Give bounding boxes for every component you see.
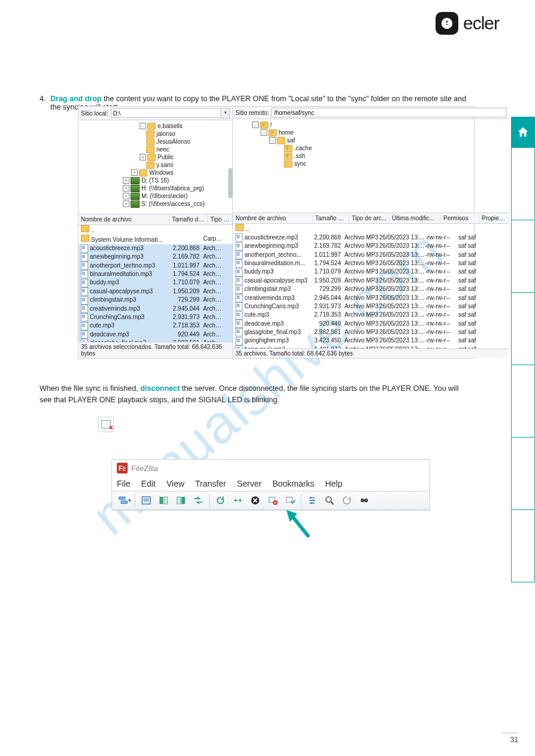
menu-item-help[interactable]: Help <box>325 479 343 488</box>
menu-item-edit[interactable]: Edit <box>141 479 156 488</box>
remote-tree[interactable]: -/-home-saf.cache.sshsync <box>233 119 509 213</box>
tree-toggle-icon[interactable]: + <box>123 185 129 192</box>
list-item[interactable]: cute.mp32.718.353Archivo MP326/05/2023 1… <box>233 311 509 319</box>
tree-node[interactable]: +D: (TS 16) <box>80 177 231 184</box>
local-path-input[interactable] <box>111 108 221 118</box>
list-item[interactable]: glassglobe_final.mp32.982.561Archivo MP3… <box>233 328 509 336</box>
list-item[interactable]: binauralmeditation.m...1.794.524Archivo … <box>233 259 509 268</box>
tree-toggle-icon[interactable]: + <box>123 193 129 199</box>
tree-node[interactable]: -home <box>234 129 507 136</box>
col-perm[interactable]: Permisos <box>441 213 479 223</box>
menu-item-file[interactable]: File <box>117 479 131 488</box>
sidenav-slot-5[interactable] <box>511 437 535 509</box>
col-name[interactable]: Nombre de archivo <box>78 214 170 224</box>
menu-item-transfer[interactable]: Transfer <box>195 479 226 488</box>
local-path-dropdown[interactable]: ▾ <box>221 108 230 119</box>
remote-file-list[interactable]: ..acousticbreeze.mp32.200.868Archivo MP3… <box>233 224 509 348</box>
list-item[interactable]: anotherport_techno.mp31.011.997Archivo <box>78 262 232 270</box>
tree-toggle-icon[interactable]: - <box>261 129 267 136</box>
list-item[interactable]: binauralmeditation.mp31.794.524Archivo <box>78 270 232 278</box>
list-item[interactable]: cute.mp32.718.353Archivo <box>78 321 232 330</box>
toggle-messagelog-icon[interactable] <box>138 493 155 508</box>
tree-node[interactable]: .ssh <box>234 152 507 160</box>
tree-node[interactable]: +Windows <box>80 169 231 177</box>
menu-item-view[interactable]: View <box>167 479 185 488</box>
list-item[interactable]: creativeminds.mp32.945.044Archivo MP326/… <box>233 294 509 302</box>
menu-item-bookmarks[interactable]: Bookmarks <box>273 479 315 488</box>
local-tree[interactable]: -e.balsellsjalonsoJesusAlonsoneec+Public… <box>78 120 232 214</box>
tree-node[interactable]: .cache <box>234 144 507 152</box>
list-item[interactable]: CrunchingCans.mp32.931.973Archivo MP326/… <box>233 302 509 311</box>
list-item[interactable]: deadcave.mp3920.449Archivo MP326/05/2023… <box>233 320 509 328</box>
local-file-list[interactable]: ..System Volume Informati...Carpetaacous… <box>78 225 232 342</box>
tree-node[interactable]: sync <box>234 160 507 168</box>
tree-node[interactable]: -saf <box>234 136 507 144</box>
list-item[interactable]: .. <box>78 225 232 235</box>
toggle-localtree-icon[interactable] <box>155 493 172 508</box>
list-item[interactable]: climbingstair.mp3729.299Archivo <box>78 296 232 304</box>
list-item[interactable]: casual-apocalpyse.mp31.950.209Archivo MP… <box>233 277 509 285</box>
list-item[interactable]: anewbeginning.mp32.169.782Archivo <box>78 253 232 261</box>
site-manager-icon[interactable]: ▾ <box>116 493 132 508</box>
tree-toggle-icon[interactable]: - <box>269 137 276 144</box>
list-item[interactable]: climbingstair.mp3729.299Archivo MP326/05… <box>233 285 509 293</box>
list-item[interactable]: acousticbreeze.mp32.200.868Archivo MP326… <box>233 233 509 242</box>
sidenav-slot-2[interactable] <box>511 220 535 292</box>
list-item[interactable]: anotherport_techno...1.011.997Archivo MP… <box>233 251 509 259</box>
tree-node[interactable]: neec <box>80 145 231 153</box>
sidenav-slot-6[interactable] <box>511 509 535 582</box>
reconnect-icon[interactable] <box>282 493 298 508</box>
list-item[interactable]: goinghigher.mp33.423.450Archivo MP326/05… <box>233 336 509 345</box>
sidenav-home[interactable] <box>511 117 535 147</box>
col-size[interactable]: Tamaño de... <box>170 214 208 224</box>
menu-item-server[interactable]: Server <box>237 479 261 488</box>
cancel-icon[interactable] <box>247 493 264 508</box>
list-item[interactable]: creativeminds.mp32.945.044Archivo <box>78 305 232 313</box>
col-size[interactable]: Tamaño d... <box>313 213 349 223</box>
tree-toggle-icon[interactable]: + <box>140 154 146 160</box>
tree-toggle-icon[interactable]: - <box>252 122 259 128</box>
list-item[interactable]: buddy.mp31.710.079Archivo MP326/05/2023 … <box>233 268 509 276</box>
sidenav-slot-4[interactable] <box>511 365 535 437</box>
tree-toggle-icon[interactable]: + <box>123 177 129 184</box>
compare-icon[interactable] <box>338 493 355 508</box>
tree-node[interactable]: -e.balsells <box>80 122 231 130</box>
refresh-icon[interactable] <box>212 493 229 508</box>
tree-toggle-icon[interactable]: + <box>123 201 129 207</box>
sidenav-slot-1[interactable] <box>511 147 535 220</box>
remote-path-input[interactable] <box>271 108 506 117</box>
tree-node[interactable]: y.sami <box>80 161 231 169</box>
menu-bar[interactable]: FileEditViewTransferServerBookmarksHelp <box>112 476 430 491</box>
list-item[interactable]: acousticbreeze.mp32.200.868Archivo <box>78 244 232 253</box>
tree-node[interactable]: +H: (\\fitxers\fabrica_prg) <box>80 184 231 192</box>
list-item[interactable]: buddy.mp31.710.079Archivo <box>78 278 232 287</box>
tree-node[interactable]: JesusAlonso <box>80 138 231 145</box>
find-icon[interactable] <box>356 493 373 508</box>
tree-node[interactable]: +M: (\\fitxers\ecler) <box>80 192 231 200</box>
col-type[interactable]: Tipo de arc... <box>349 213 389 223</box>
disconnect-toolbar-icon[interactable] <box>264 493 281 508</box>
list-item[interactable]: System Volume Informati...Carpeta <box>78 235 232 244</box>
col-own[interactable]: Propietario/... <box>479 213 509 223</box>
toggle-queue-icon[interactable] <box>190 493 207 508</box>
tree-toggle-icon[interactable]: + <box>131 169 138 176</box>
tree-node[interactable]: jalonso <box>80 130 231 138</box>
col-type[interactable]: Tipo de <box>208 214 232 224</box>
list-item[interactable]: anewbeginning.mp32.169.782Archivo MP326/… <box>233 242 509 250</box>
tree-toggle-icon[interactable]: - <box>140 123 146 129</box>
toggle-remotetree-icon[interactable] <box>173 493 189 508</box>
list-item[interactable]: .. <box>233 224 509 233</box>
process-queue-icon[interactable] <box>229 493 246 508</box>
col-name[interactable]: Nombre de archivo <box>233 213 313 223</box>
filter-icon[interactable] <box>304 493 321 508</box>
list-item[interactable]: CrunchingCans.mp32.931.973Archivo <box>78 313 232 321</box>
scrollbar[interactable] <box>228 168 232 198</box>
search-icon[interactable] <box>321 493 338 508</box>
list-item[interactable]: casual-apocalpyse.mp31.950.209Archivo <box>78 287 232 296</box>
tree-node[interactable]: +S: (\\fitxers\access_ccs) <box>80 200 231 208</box>
tree-node[interactable]: -/ <box>234 121 507 129</box>
list-item[interactable]: deadcave.mp3920.449Archivo <box>78 330 232 339</box>
col-date[interactable]: Última modific... <box>389 213 441 223</box>
tree-node[interactable]: +Public <box>80 153 231 161</box>
sidenav-slot-3[interactable] <box>511 292 535 365</box>
